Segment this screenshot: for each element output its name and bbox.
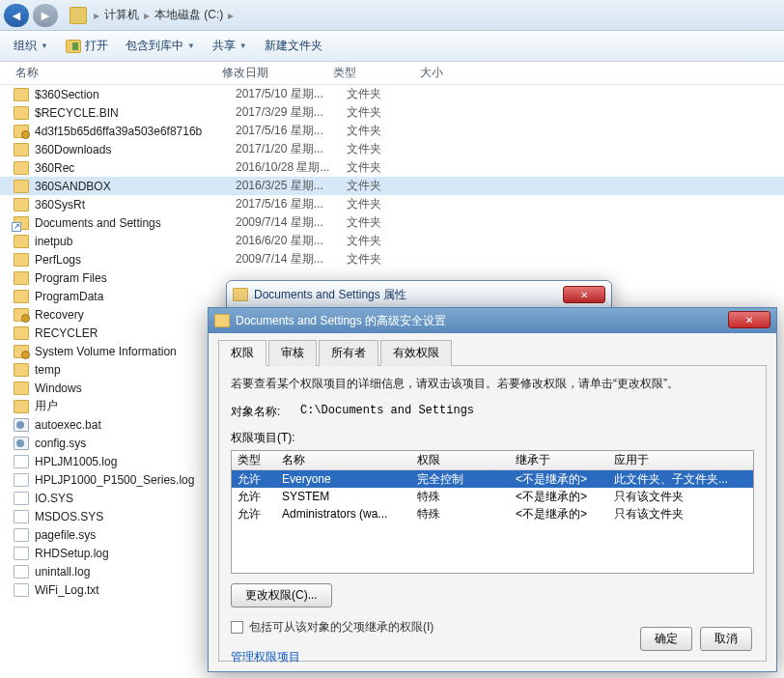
file-type: 文件夹 bbox=[347, 178, 434, 194]
col-type[interactable]: 类型 bbox=[333, 65, 420, 81]
file-icon bbox=[14, 492, 29, 505]
object-name-value: C:\Documents and Settings bbox=[300, 404, 474, 420]
file-name: pagefile.sys bbox=[35, 528, 236, 542]
tab-effective[interactable]: 有效权限 bbox=[380, 340, 452, 366]
perm-apply: 此文件夹、子文件夹... bbox=[614, 471, 753, 488]
close-button[interactable]: ✕ bbox=[728, 311, 770, 328]
file-type: 文件夹 bbox=[347, 233, 434, 249]
col-applies-to[interactable]: 应用于 bbox=[614, 452, 753, 468]
file-row[interactable]: 360SANDBOX2016/3/25 星期...文件夹 bbox=[0, 177, 784, 195]
properties-dialog[interactable]: Documents and Settings 属性 ✕ bbox=[226, 280, 612, 309]
folder-icon bbox=[14, 290, 29, 303]
advanced-security-dialog[interactable]: Documents and Settings 的高级安全设置 ✕ 权限 审核 所… bbox=[208, 307, 777, 672]
folder-icon bbox=[14, 106, 29, 120]
file-name: HPLJM1005.log bbox=[35, 455, 236, 468]
tab-bar: 权限 审核 所有者 有效权限 bbox=[218, 339, 767, 366]
file-row[interactable]: 360Downloads2017/1/20 星期...文件夹 bbox=[0, 140, 784, 158]
file-icon bbox=[14, 473, 29, 487]
file-type: 文件夹 bbox=[347, 141, 434, 157]
include-in-library-menu[interactable]: 包含到库中▼ bbox=[120, 35, 201, 57]
chevron-right-icon: ▸ bbox=[225, 9, 237, 22]
share-menu[interactable]: 共享▼ bbox=[207, 35, 253, 57]
close-button[interactable]: ✕ bbox=[563, 286, 605, 303]
tab-owner[interactable]: 所有者 bbox=[319, 340, 378, 366]
file-type: 文件夹 bbox=[347, 104, 434, 121]
file-row[interactable]: PerfLogs2009/7/14 星期...文件夹 bbox=[0, 250, 784, 268]
crumb-computer[interactable]: 计算机 bbox=[104, 7, 139, 23]
file-date: 2017/5/16 星期... bbox=[236, 123, 347, 139]
change-permissions-button[interactable]: 更改权限(C)... bbox=[231, 583, 332, 607]
open-button[interactable]: 打开 bbox=[60, 35, 114, 57]
col-date[interactable]: 修改日期 bbox=[222, 65, 333, 81]
column-headers[interactable]: 名称 修改日期 类型 大小 bbox=[0, 62, 784, 85]
permission-list-header[interactable]: 类型 名称 权限 继承于 应用于 bbox=[232, 451, 753, 470]
file-name: Documents and Settings bbox=[35, 216, 236, 230]
file-row[interactable]: $RECYCLE.BIN2017/3/29 星期...文件夹 bbox=[0, 103, 784, 122]
file-row[interactable]: Documents and Settings2009/7/14 星期...文件夹 bbox=[0, 213, 784, 232]
manage-permissions-link[interactable]: 管理权限项目 bbox=[231, 649, 300, 665]
file-row[interactable]: 360SysRt2017/5/16 星期...文件夹 bbox=[0, 195, 784, 213]
file-date: 2009/7/14 星期... bbox=[236, 251, 347, 268]
file-row[interactable]: 4d3f15b65d6ffa39a503e6f8716b2017/5/16 星期… bbox=[0, 122, 784, 140]
file-name: IO.SYS bbox=[35, 492, 236, 505]
file-date: 2017/5/10 星期... bbox=[236, 86, 347, 102]
folder-icon bbox=[14, 88, 29, 101]
permission-row[interactable]: 允许Administrators (wa...特殊<不是继承的>只有该文件夹 bbox=[232, 505, 753, 523]
col-type[interactable]: 类型 bbox=[232, 452, 282, 468]
chevron-right-icon: ▸ bbox=[91, 9, 102, 22]
file-name: autoexec.bat bbox=[35, 418, 236, 432]
permission-list[interactable]: 类型 名称 权限 继承于 应用于 允许Everyone完全控制<不是继承的>此文… bbox=[231, 450, 754, 574]
back-button[interactable]: ◄ bbox=[4, 4, 29, 27]
new-folder-button[interactable]: 新建文件夹 bbox=[259, 35, 328, 57]
file-row[interactable]: $360Section2017/5/10 星期...文件夹 bbox=[0, 85, 784, 103]
crumb-drive[interactable]: 本地磁盘 (C:) bbox=[154, 7, 223, 23]
folder-icon bbox=[14, 363, 29, 377]
perm-type: 允许 bbox=[232, 506, 282, 523]
cancel-button[interactable]: 取消 bbox=[700, 627, 752, 651]
folder-icon bbox=[214, 314, 230, 327]
dialog-titlebar[interactable]: Documents and Settings 的高级安全设置 ✕ bbox=[209, 308, 776, 333]
permission-row[interactable]: 允许SYSTEM特殊<不是继承的>只有该文件夹 bbox=[232, 488, 753, 505]
file-name: $RECYCLE.BIN bbox=[35, 106, 236, 120]
organize-menu[interactable]: 组织▼ bbox=[8, 35, 54, 57]
ok-button[interactable]: 确定 bbox=[640, 627, 692, 651]
folder-icon bbox=[14, 253, 29, 267]
folder-short-icon bbox=[14, 216, 29, 230]
drive-icon bbox=[70, 7, 87, 24]
perm-value: 完全控制 bbox=[417, 471, 516, 488]
forward-button[interactable]: ► bbox=[33, 4, 58, 27]
file-name: 360SANDBOX bbox=[35, 180, 236, 193]
perm-apply: 只有该文件夹 bbox=[614, 489, 753, 505]
perm-inherit: <不是继承的> bbox=[516, 489, 614, 505]
file-type: 文件夹 bbox=[347, 251, 434, 268]
file-type: 文件夹 bbox=[347, 159, 434, 176]
file-date: 2017/1/20 星期... bbox=[236, 141, 347, 157]
col-inherited[interactable]: 继承于 bbox=[516, 452, 614, 468]
col-permission[interactable]: 权限 bbox=[417, 452, 516, 468]
file-row[interactable]: 360Rec2016/10/28 星期...文件夹 bbox=[0, 158, 784, 177]
folder-icon bbox=[14, 271, 29, 285]
file-type: 文件夹 bbox=[347, 214, 434, 231]
col-name[interactable]: 名称 bbox=[0, 65, 222, 81]
file-icon bbox=[14, 528, 29, 542]
file-type: 文件夹 bbox=[347, 196, 434, 212]
perm-type: 允许 bbox=[232, 471, 282, 488]
col-size[interactable]: 大小 bbox=[420, 65, 497, 81]
file-name: 360Downloads bbox=[35, 143, 236, 156]
file-icon bbox=[14, 547, 29, 560]
dialog-titlebar[interactable]: Documents and Settings 属性 ✕ bbox=[227, 281, 611, 308]
col-name[interactable]: 名称 bbox=[282, 452, 417, 468]
file-date: 2009/7/14 星期... bbox=[236, 214, 347, 231]
file-name: unintall.log bbox=[35, 565, 236, 579]
folder-icon bbox=[14, 326, 29, 340]
tab-permissions[interactable]: 权限 bbox=[218, 340, 266, 366]
perm-inherit: <不是继承的> bbox=[516, 471, 614, 488]
file-name: Windows bbox=[35, 381, 236, 395]
permission-row[interactable]: 允许Everyone完全控制<不是继承的>此文件夹、子文件夹... bbox=[232, 470, 753, 488]
breadcrumb[interactable]: ▸ 计算机 ▸ 本地磁盘 (C:) ▸ bbox=[91, 7, 237, 23]
file-type: 文件夹 bbox=[347, 123, 434, 139]
file-row[interactable]: inetpub2016/6/20 星期...文件夹 bbox=[0, 232, 784, 250]
tab-audit[interactable]: 审核 bbox=[268, 340, 317, 366]
file-sys-icon bbox=[14, 437, 29, 450]
inherit-checkbox[interactable] bbox=[231, 621, 243, 634]
